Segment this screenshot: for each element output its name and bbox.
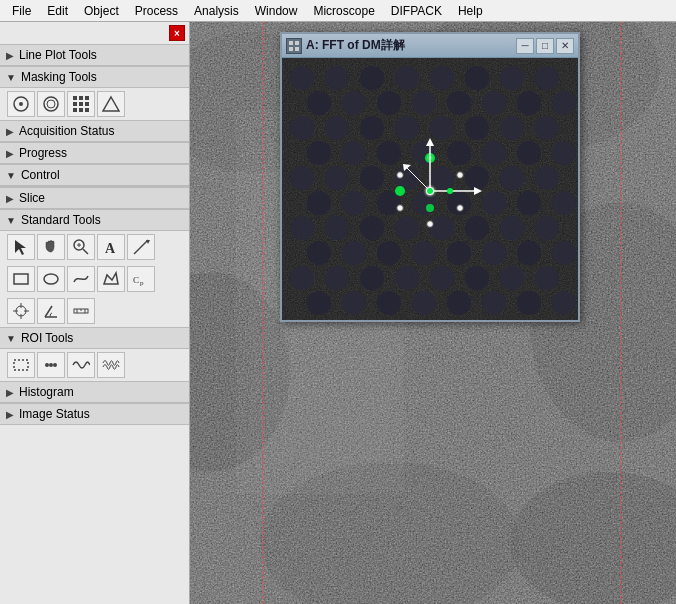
panel-close-button[interactable]: ×: [169, 25, 185, 41]
svg-point-117: [482, 241, 506, 265]
svg-rect-7: [73, 102, 77, 106]
menu-difpack[interactable]: DIFPACK: [383, 2, 450, 20]
menu-edit[interactable]: Edit: [39, 2, 76, 20]
sidebar-item-image-status[interactable]: ▶ Image Status: [0, 403, 189, 425]
freehand-roi-tool[interactable]: [97, 266, 125, 292]
grid-mask-tool[interactable]: [67, 91, 95, 117]
control-label: Control: [21, 168, 60, 182]
svg-point-58: [360, 66, 384, 90]
dashed-rect-roi[interactable]: [7, 352, 35, 378]
measure-tool[interactable]: [67, 298, 95, 324]
svg-point-123: [395, 266, 419, 290]
svg-rect-11: [79, 108, 83, 112]
svg-point-72: [290, 116, 314, 140]
sidebar-item-roi[interactable]: ▼ ROI Tools: [0, 327, 189, 349]
sidebar-item-standard[interactable]: ▼ Standard Tools: [0, 209, 189, 231]
slice-arrow: ▶: [6, 193, 14, 204]
text-tool[interactable]: A: [97, 234, 125, 260]
curve-tool[interactable]: [67, 266, 95, 292]
cp-tool[interactable]: Cp: [127, 266, 155, 292]
svg-rect-12: [85, 108, 89, 112]
menu-window[interactable]: Window: [247, 2, 306, 20]
ellipse-mask-tool[interactable]: [37, 91, 65, 117]
line-plot-arrow: ▶: [6, 50, 14, 61]
svg-line-16: [83, 249, 88, 254]
svg-rect-9: [85, 102, 89, 106]
svg-point-129: [342, 291, 366, 315]
svg-rect-51: [295, 41, 299, 45]
svg-rect-53: [295, 47, 299, 51]
roi-multiwave-tool[interactable]: [97, 352, 125, 378]
angle-tool[interactable]: [37, 298, 65, 324]
sidebar-item-slice[interactable]: ▶ Slice: [0, 187, 189, 209]
sidebar-item-masking[interactable]: ▼ Masking Tools: [0, 66, 189, 88]
svg-point-80: [307, 141, 331, 165]
svg-point-134: [517, 291, 541, 315]
fft-titlebar-buttons: ─ □ ✕: [516, 38, 574, 54]
svg-line-32: [45, 306, 52, 317]
progress-arrow: ▶: [6, 148, 14, 159]
svg-point-119: [552, 241, 576, 265]
svg-point-63: [535, 66, 559, 90]
menu-microscope[interactable]: Microscope: [305, 2, 382, 20]
svg-point-71: [552, 91, 576, 115]
line-tool[interactable]: [127, 234, 155, 260]
polygon-mask-tool[interactable]: [97, 91, 125, 117]
menu-object[interactable]: Object: [76, 2, 127, 20]
svg-rect-6: [85, 96, 89, 100]
masking-label: Masking Tools: [21, 70, 97, 84]
crosshair-tool[interactable]: [7, 298, 35, 324]
sidebar-item-progress[interactable]: ▶ Progress: [0, 142, 189, 164]
roi-wave-tool[interactable]: [67, 352, 95, 378]
menu-analysis[interactable]: Analysis: [186, 2, 247, 20]
svg-point-67: [412, 91, 436, 115]
svg-point-2: [44, 97, 58, 111]
circle-mask-tool[interactable]: [7, 91, 35, 117]
circle-roi-tool[interactable]: [37, 266, 65, 292]
svg-rect-22: [14, 274, 28, 284]
menu-file[interactable]: File: [4, 2, 39, 20]
svg-point-87: [552, 141, 576, 165]
standard-arrow: ▼: [6, 215, 16, 226]
svg-point-130: [377, 291, 401, 315]
menu-process[interactable]: Process: [127, 2, 186, 20]
fft-window[interactable]: A: FFT of DM詳解 ─ □ ✕: [280, 32, 580, 322]
svg-point-112: [307, 241, 331, 265]
close-btn-row: ×: [0, 22, 189, 44]
menu-help[interactable]: Help: [450, 2, 491, 20]
svg-point-126: [500, 266, 524, 290]
svg-point-102: [517, 191, 541, 215]
svg-rect-37: [14, 360, 28, 370]
svg-point-94: [500, 166, 524, 190]
standard-tools-row1: A: [0, 231, 189, 263]
fft-minimize-button[interactable]: ─: [516, 38, 534, 54]
roi-point-tool[interactable]: [37, 352, 65, 378]
fft-close-button[interactable]: ✕: [556, 38, 574, 54]
svg-marker-14: [15, 240, 26, 255]
svg-point-107: [395, 216, 419, 240]
svg-point-160: [447, 188, 453, 194]
roi-tools-row: [0, 349, 189, 381]
sidebar-item-histogram[interactable]: ▶ Histogram: [0, 381, 189, 403]
masking-arrow: ▼: [6, 72, 16, 83]
content-area[interactable]: A: FFT of DM詳解 ─ □ ✕: [190, 22, 676, 604]
svg-point-76: [430, 116, 454, 140]
fft-window-icon: [286, 38, 302, 54]
rectangle-roi-tool[interactable]: [7, 266, 35, 292]
fft-restore-button[interactable]: □: [536, 38, 554, 54]
svg-point-124: [430, 266, 454, 290]
sidebar-item-line-plot[interactable]: ▶ Line Plot Tools: [0, 44, 189, 66]
sidebar-item-acquisition[interactable]: ▶ Acquisition Status: [0, 120, 189, 142]
svg-point-65: [342, 91, 366, 115]
svg-point-97: [342, 191, 366, 215]
svg-point-68: [447, 91, 471, 115]
pointer-tool[interactable]: [7, 234, 35, 260]
magnify-tool[interactable]: [67, 234, 95, 260]
svg-point-104: [290, 216, 314, 240]
svg-point-3: [47, 100, 55, 108]
sidebar-item-control[interactable]: ▼ Control: [0, 164, 189, 186]
hand-pan-tool[interactable]: [37, 234, 65, 260]
roi-label: ROI Tools: [21, 331, 73, 345]
svg-point-114: [377, 241, 401, 265]
svg-point-143: [398, 206, 403, 211]
